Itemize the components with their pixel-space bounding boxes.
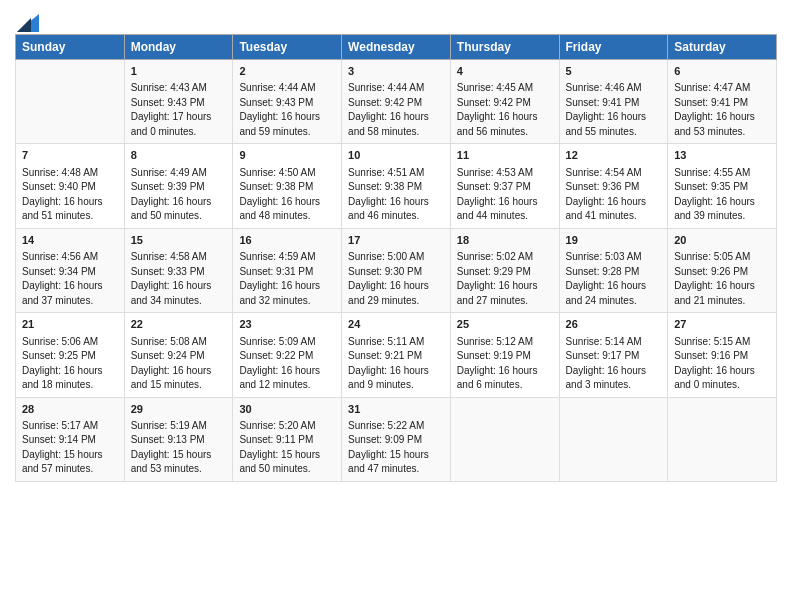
day-content: Sunrise: 4:56 AM Sunset: 9:34 PM Dayligh… [22,250,118,308]
day-number: 7 [22,148,118,163]
day-content: Sunrise: 5:11 AM Sunset: 9:21 PM Dayligh… [348,335,444,393]
calendar-cell: 4Sunrise: 4:45 AM Sunset: 9:42 PM Daylig… [450,60,559,144]
logo [15,10,39,28]
logo-icon [17,14,39,32]
day-content: Sunrise: 4:54 AM Sunset: 9:36 PM Dayligh… [566,166,662,224]
day-number: 14 [22,233,118,248]
day-content: Sunrise: 4:47 AM Sunset: 9:41 PM Dayligh… [674,81,770,139]
calendar-cell: 28Sunrise: 5:17 AM Sunset: 9:14 PM Dayli… [16,397,125,481]
calendar-cell: 14Sunrise: 4:56 AM Sunset: 9:34 PM Dayli… [16,228,125,312]
week-row-5: 28Sunrise: 5:17 AM Sunset: 9:14 PM Dayli… [16,397,777,481]
day-content: Sunrise: 4:49 AM Sunset: 9:39 PM Dayligh… [131,166,227,224]
day-number: 22 [131,317,227,332]
day-number: 17 [348,233,444,248]
day-content: Sunrise: 5:19 AM Sunset: 9:13 PM Dayligh… [131,419,227,477]
calendar-cell: 3Sunrise: 4:44 AM Sunset: 9:42 PM Daylig… [342,60,451,144]
header-friday: Friday [559,35,668,60]
day-number: 15 [131,233,227,248]
day-content: Sunrise: 4:55 AM Sunset: 9:35 PM Dayligh… [674,166,770,224]
day-content: Sunrise: 5:15 AM Sunset: 9:16 PM Dayligh… [674,335,770,393]
calendar-cell: 7Sunrise: 4:48 AM Sunset: 9:40 PM Daylig… [16,144,125,228]
calendar-cell [450,397,559,481]
calendar-cell [16,60,125,144]
calendar-cell: 16Sunrise: 4:59 AM Sunset: 9:31 PM Dayli… [233,228,342,312]
header-wednesday: Wednesday [342,35,451,60]
day-content: Sunrise: 5:12 AM Sunset: 9:19 PM Dayligh… [457,335,553,393]
calendar-cell: 11Sunrise: 4:53 AM Sunset: 9:37 PM Dayli… [450,144,559,228]
day-content: Sunrise: 5:05 AM Sunset: 9:26 PM Dayligh… [674,250,770,308]
calendar-cell: 27Sunrise: 5:15 AM Sunset: 9:16 PM Dayli… [668,313,777,397]
calendar-cell: 2Sunrise: 4:44 AM Sunset: 9:43 PM Daylig… [233,60,342,144]
calendar-cell: 9Sunrise: 4:50 AM Sunset: 9:38 PM Daylig… [233,144,342,228]
calendar-cell: 8Sunrise: 4:49 AM Sunset: 9:39 PM Daylig… [124,144,233,228]
day-content: Sunrise: 4:48 AM Sunset: 9:40 PM Dayligh… [22,166,118,224]
week-row-3: 14Sunrise: 4:56 AM Sunset: 9:34 PM Dayli… [16,228,777,312]
day-number: 13 [674,148,770,163]
calendar-cell: 26Sunrise: 5:14 AM Sunset: 9:17 PM Dayli… [559,313,668,397]
calendar-cell: 23Sunrise: 5:09 AM Sunset: 9:22 PM Dayli… [233,313,342,397]
day-number: 9 [239,148,335,163]
day-number: 29 [131,402,227,417]
day-number: 4 [457,64,553,79]
day-content: Sunrise: 5:00 AM Sunset: 9:30 PM Dayligh… [348,250,444,308]
day-number: 20 [674,233,770,248]
day-content: Sunrise: 5:06 AM Sunset: 9:25 PM Dayligh… [22,335,118,393]
calendar-cell: 21Sunrise: 5:06 AM Sunset: 9:25 PM Dayli… [16,313,125,397]
day-content: Sunrise: 5:08 AM Sunset: 9:24 PM Dayligh… [131,335,227,393]
day-number: 26 [566,317,662,332]
calendar-cell: 12Sunrise: 4:54 AM Sunset: 9:36 PM Dayli… [559,144,668,228]
calendar-cell: 29Sunrise: 5:19 AM Sunset: 9:13 PM Dayli… [124,397,233,481]
calendar-cell: 17Sunrise: 5:00 AM Sunset: 9:30 PM Dayli… [342,228,451,312]
calendar-cell: 1Sunrise: 4:43 AM Sunset: 9:43 PM Daylig… [124,60,233,144]
day-number: 8 [131,148,227,163]
day-content: Sunrise: 5:17 AM Sunset: 9:14 PM Dayligh… [22,419,118,477]
day-content: Sunrise: 5:09 AM Sunset: 9:22 PM Dayligh… [239,335,335,393]
day-number: 24 [348,317,444,332]
day-number: 28 [22,402,118,417]
calendar-cell: 18Sunrise: 5:02 AM Sunset: 9:29 PM Dayli… [450,228,559,312]
day-content: Sunrise: 4:44 AM Sunset: 9:42 PM Dayligh… [348,81,444,139]
day-content: Sunrise: 4:46 AM Sunset: 9:41 PM Dayligh… [566,81,662,139]
day-content: Sunrise: 4:53 AM Sunset: 9:37 PM Dayligh… [457,166,553,224]
calendar-cell: 5Sunrise: 4:46 AM Sunset: 9:41 PM Daylig… [559,60,668,144]
calendar-cell [559,397,668,481]
day-content: Sunrise: 4:45 AM Sunset: 9:42 PM Dayligh… [457,81,553,139]
calendar-cell: 13Sunrise: 4:55 AM Sunset: 9:35 PM Dayli… [668,144,777,228]
day-content: Sunrise: 4:43 AM Sunset: 9:43 PM Dayligh… [131,81,227,139]
day-number: 12 [566,148,662,163]
calendar-cell: 25Sunrise: 5:12 AM Sunset: 9:19 PM Dayli… [450,313,559,397]
day-number: 30 [239,402,335,417]
week-row-2: 7Sunrise: 4:48 AM Sunset: 9:40 PM Daylig… [16,144,777,228]
day-number: 1 [131,64,227,79]
week-row-1: 1Sunrise: 4:43 AM Sunset: 9:43 PM Daylig… [16,60,777,144]
header-thursday: Thursday [450,35,559,60]
calendar-cell: 19Sunrise: 5:03 AM Sunset: 9:28 PM Dayli… [559,228,668,312]
day-number: 6 [674,64,770,79]
day-number: 11 [457,148,553,163]
day-number: 5 [566,64,662,79]
svg-marker-1 [17,18,31,32]
calendar-cell: 30Sunrise: 5:20 AM Sunset: 9:11 PM Dayli… [233,397,342,481]
day-content: Sunrise: 5:02 AM Sunset: 9:29 PM Dayligh… [457,250,553,308]
header-saturday: Saturday [668,35,777,60]
week-row-4: 21Sunrise: 5:06 AM Sunset: 9:25 PM Dayli… [16,313,777,397]
day-number: 18 [457,233,553,248]
day-number: 21 [22,317,118,332]
day-number: 10 [348,148,444,163]
day-number: 3 [348,64,444,79]
day-content: Sunrise: 4:44 AM Sunset: 9:43 PM Dayligh… [239,81,335,139]
calendar-cell: 15Sunrise: 4:58 AM Sunset: 9:33 PM Dayli… [124,228,233,312]
day-content: Sunrise: 4:59 AM Sunset: 9:31 PM Dayligh… [239,250,335,308]
day-number: 27 [674,317,770,332]
header-sunday: Sunday [16,35,125,60]
day-number: 31 [348,402,444,417]
day-number: 25 [457,317,553,332]
day-number: 19 [566,233,662,248]
header-monday: Monday [124,35,233,60]
calendar-cell: 31Sunrise: 5:22 AM Sunset: 9:09 PM Dayli… [342,397,451,481]
day-content: Sunrise: 4:51 AM Sunset: 9:38 PM Dayligh… [348,166,444,224]
calendar-cell: 20Sunrise: 5:05 AM Sunset: 9:26 PM Dayli… [668,228,777,312]
day-number: 23 [239,317,335,332]
day-content: Sunrise: 5:14 AM Sunset: 9:17 PM Dayligh… [566,335,662,393]
day-content: Sunrise: 4:58 AM Sunset: 9:33 PM Dayligh… [131,250,227,308]
